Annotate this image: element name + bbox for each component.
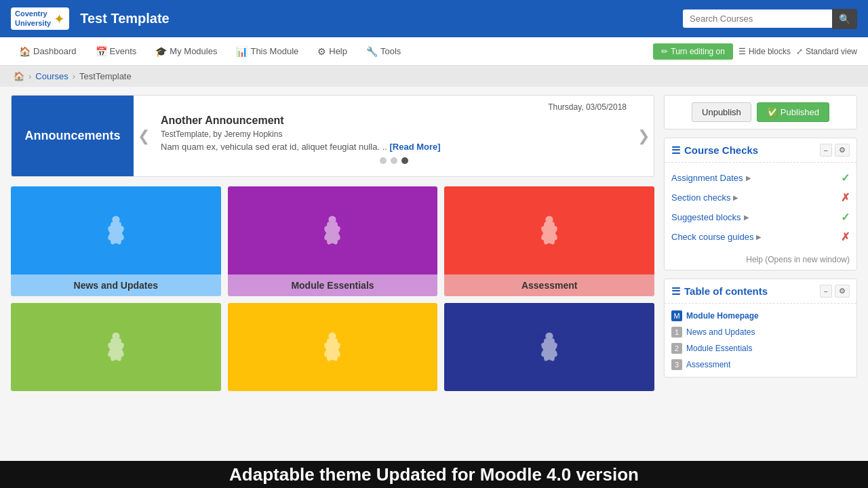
check-arrow-icon-2: ▶ bbox=[744, 214, 749, 221]
nav-dashboard-label: Dashboard bbox=[33, 46, 77, 56]
phoenix-icon-0 bbox=[89, 203, 143, 258]
announce-text: Nam quam ex, vehicula sed erat id, aliqu… bbox=[161, 142, 627, 152]
check-section-checks-label[interactable]: Section checks ▶ bbox=[671, 192, 738, 203]
turn-editing-label: Turn editing on bbox=[671, 47, 725, 56]
dashboard-icon: 🏠 bbox=[19, 46, 31, 57]
phoenix-icon-3 bbox=[89, 320, 143, 374]
course-checks-title-text: Course Checks bbox=[684, 144, 758, 156]
grid-item-3[interactable] bbox=[11, 303, 221, 391]
footer-banner: Adaptable theme Updated for Moodle 4.0 v… bbox=[0, 461, 868, 488]
nav-help[interactable]: ⚙ Help bbox=[309, 41, 355, 62]
grid-label-news: News and Updates bbox=[11, 274, 221, 296]
turn-editing-button[interactable]: ✏ Turn editing on bbox=[653, 43, 733, 60]
published-label: Published bbox=[781, 107, 819, 117]
view-icon: ⤢ bbox=[796, 47, 803, 56]
phoenix-icon-5 bbox=[522, 320, 576, 374]
sec-nav-left: 🏠 Dashboard 📅 Events 🎓 My Modules 📊 This… bbox=[11, 41, 409, 62]
help-icon: ⚙ bbox=[317, 46, 326, 57]
block-minimize-button[interactable]: − bbox=[820, 144, 832, 157]
grid-thumb-essentials bbox=[228, 186, 438, 274]
block-config-button[interactable]: ⚙ bbox=[835, 144, 850, 157]
toc-config-button[interactable]: ⚙ bbox=[835, 285, 850, 298]
check-suggested-blocks-label[interactable]: Suggested blocks ▶ bbox=[671, 212, 749, 222]
nav-tools[interactable]: 🔧 Tools bbox=[358, 41, 409, 62]
toc-link-1[interactable]: News and Updates bbox=[686, 327, 755, 337]
check-arrow-icon-1: ▶ bbox=[733, 194, 738, 201]
breadcrumb-sep2: › bbox=[73, 71, 75, 81]
toc-item-0: M Module Homepage bbox=[665, 308, 856, 324]
toc-item-2: 2 Module Essentials bbox=[665, 340, 856, 357]
breadcrumb-courses[interactable]: Courses bbox=[35, 71, 68, 81]
nav-this-module[interactable]: 📊 This Module bbox=[228, 41, 307, 62]
hide-blocks-action[interactable]: ☰ Hide blocks bbox=[738, 47, 791, 56]
check-course-guides-label[interactable]: Check course guides ▶ bbox=[671, 232, 762, 242]
search-button[interactable]: 🔍 bbox=[832, 9, 857, 29]
phoenix-icon-1 bbox=[305, 203, 359, 258]
standard-view-action[interactable]: ⤢ Standard view bbox=[796, 47, 857, 56]
publish-row: Unpublish ✅ Published bbox=[664, 95, 857, 129]
announce-next-button[interactable]: ❯ bbox=[637, 127, 650, 145]
breadcrumb-home[interactable]: 🏠 bbox=[14, 71, 24, 81]
toc-num-3: 3 bbox=[671, 359, 682, 370]
phoenix-icon-2 bbox=[522, 203, 576, 258]
footer-text: Adaptable theme Updated for Moodle 4.0 v… bbox=[229, 464, 639, 485]
check-arrow-icon-0: ▶ bbox=[746, 174, 751, 182]
nav-my-modules[interactable]: 🎓 My Modules bbox=[147, 41, 225, 62]
unpublish-button[interactable]: Unpublish bbox=[692, 102, 751, 122]
list-bars-icon: ☰ bbox=[671, 144, 680, 157]
search-input[interactable] bbox=[683, 9, 832, 28]
standard-view-label: Standard view bbox=[806, 47, 857, 56]
nav-this-module-label: This Module bbox=[250, 46, 298, 56]
toc-link-0[interactable]: Module Homepage bbox=[686, 311, 759, 321]
toc-block-actions: − ⚙ bbox=[820, 285, 850, 298]
dot-3[interactable] bbox=[401, 157, 408, 164]
toc-num-1: 1 bbox=[671, 327, 682, 338]
published-button[interactable]: ✅ Published bbox=[757, 102, 829, 122]
grid-item-essentials[interactable]: Module Essentials bbox=[228, 186, 438, 296]
content-area: Announcements ❮ Thursday, 03/05/2018 Ano… bbox=[11, 95, 654, 451]
check-fail-icon-1: ✗ bbox=[841, 191, 850, 204]
announcements-bar: Announcements ❮ Thursday, 03/05/2018 Ano… bbox=[11, 95, 654, 177]
announce-title: Another Announcement bbox=[161, 115, 627, 127]
toc-title-text: Table of contents bbox=[684, 285, 768, 297]
check-assignment-dates-label[interactable]: Assignment Dates ▶ bbox=[671, 173, 751, 183]
block-actions: − ⚙ bbox=[820, 144, 850, 157]
check-course-guides: Check course guides ▶ ✗ bbox=[671, 227, 850, 247]
grid-label-assessment: Assessment bbox=[444, 274, 654, 296]
nav-events[interactable]: 📅 Events bbox=[87, 41, 145, 62]
toc-item-3: 3 Assessment bbox=[665, 357, 856, 373]
this-module-icon: 📊 bbox=[236, 46, 248, 57]
announce-read-more[interactable]: [Read More] bbox=[389, 142, 440, 152]
nav-dashboard[interactable]: 🏠 Dashboard bbox=[11, 41, 85, 62]
toc-link-2[interactable]: Module Essentials bbox=[686, 344, 752, 353]
toc-content: M Module Homepage 1 News and Updates 2 M… bbox=[665, 304, 856, 377]
grid-label-essentials: Module Essentials bbox=[228, 274, 438, 296]
list-icon: ☰ bbox=[738, 47, 746, 56]
check-assignment-dates: Assignment Dates ▶ ✓ bbox=[671, 168, 850, 188]
help-link-anchor[interactable]: Help (Opens in new window) bbox=[746, 255, 850, 264]
help-link: Help (Opens in new window) bbox=[665, 252, 856, 270]
grid-item-4[interactable] bbox=[228, 303, 438, 391]
nav-help-label: Help bbox=[329, 46, 347, 56]
dot-2[interactable] bbox=[391, 157, 397, 164]
grid-item-5[interactable] bbox=[444, 303, 654, 391]
grid-item-assessment[interactable]: Assessment bbox=[444, 186, 654, 296]
secondary-navigation: 🏠 Dashboard 📅 Events 🎓 My Modules 📊 This… bbox=[0, 37, 868, 66]
announce-prev-button[interactable]: ❮ bbox=[138, 127, 150, 145]
site-title: Test Template bbox=[80, 11, 170, 26]
course-checks-title: ☰ Course Checks bbox=[671, 144, 758, 157]
modules-icon: 🎓 bbox=[155, 46, 167, 57]
dot-1[interactable] bbox=[380, 157, 387, 164]
toc-item-1: 1 News and Updates bbox=[665, 324, 856, 340]
toc-header: ☰ Table of contents − ⚙ bbox=[665, 279, 856, 304]
check-section-checks: Section checks ▶ ✗ bbox=[671, 188, 850, 207]
check-fail-icon-3: ✗ bbox=[841, 230, 850, 243]
announce-date: Thursday, 03/05/2018 bbox=[161, 102, 627, 112]
grid-thumb-4 bbox=[228, 303, 438, 391]
toc-link-3[interactable]: Assessment bbox=[686, 360, 730, 369]
breadcrumb: 🏠 › Courses › TestTemplate bbox=[0, 66, 868, 87]
logo-text: CoventryUniversity bbox=[15, 9, 51, 27]
svg-point-17 bbox=[330, 218, 334, 230]
grid-item-news[interactable]: News and Updates bbox=[11, 186, 221, 296]
toc-minimize-button[interactable]: − bbox=[820, 285, 832, 298]
